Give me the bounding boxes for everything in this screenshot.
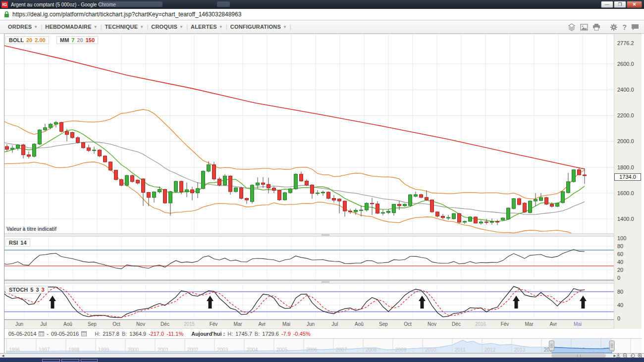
browser-window: IG Argent au comptant (5 000oz) - Google… — [0, 0, 644, 362]
month-label: Oct — [404, 321, 412, 327]
print-icon[interactable] — [592, 23, 600, 31]
calendar-icon[interactable] — [81, 331, 87, 336]
watermark-text: Valeur à titre indicatif — [6, 226, 56, 232]
close-button[interactable]: ✕ — [627, 1, 642, 8]
mm-indicator-label[interactable]: MM720150 — [56, 36, 98, 44]
month-label: Mar — [525, 321, 533, 327]
year-label: 1996 — [9, 347, 20, 353]
month-label: 2015 — [184, 321, 195, 327]
month-label: Avr — [259, 321, 266, 327]
month-label: Sep — [88, 321, 97, 327]
month-label: Jul — [41, 321, 47, 327]
year-label: 2001 — [158, 347, 169, 353]
month-label: 2016 — [475, 321, 486, 327]
price-tick: 2000.0 — [617, 138, 634, 144]
month-label: Mai — [282, 321, 290, 327]
period-change-pct: -11.1% — [166, 331, 183, 337]
price-tick: 2400.0 — [617, 87, 634, 93]
price-tick: 1600.0 — [617, 190, 634, 196]
month-label: Aoû — [63, 321, 72, 327]
month-label: Mar — [233, 321, 242, 327]
rsi-indicator-label[interactable]: RSI14 — [5, 239, 30, 247]
current-price-box: 1734.0 — [614, 173, 641, 181]
month-label: Aoû — [355, 321, 364, 327]
taskbar-button[interactable] — [81, 359, 98, 362]
month-label: Oct — [112, 321, 120, 327]
price-tick: 2200.0 — [617, 112, 634, 118]
year-label: 2006 — [306, 347, 318, 353]
scrollbar-thumb[interactable] — [551, 354, 606, 358]
year-label: 2005 — [276, 347, 288, 353]
date-to: 09-05-2016 — [51, 331, 79, 337]
year-label: 2012 — [484, 347, 496, 353]
address-bar[interactable]: https://deal.ig.com/platform/chart/tickc… — [0, 9, 644, 20]
zoom-out-icon[interactable] — [623, 353, 628, 358]
month-label: Déc — [161, 321, 169, 327]
zoom-in-icon[interactable] — [638, 353, 643, 358]
reset-extent-icon[interactable] — [616, 353, 621, 358]
month-label: Sep — [379, 321, 388, 327]
layers-icon[interactable] — [568, 23, 576, 31]
menu-technique[interactable]: TECHNIQUE▼ — [102, 24, 147, 30]
help-icon[interactable]: ? — [622, 23, 627, 32]
window-titlebar: IG Argent au comptant (5 000oz) - Google… — [0, 0, 644, 9]
rsi-tick: 100 — [617, 235, 626, 241]
restore-button[interactable]: ❐ — [614, 1, 626, 8]
month-label: Nov — [136, 321, 145, 327]
price-tick: 1800.0 — [617, 164, 634, 170]
timeline-navigator[interactable]: 1996199719981999200020012002200320042005… — [4, 339, 642, 354]
menu-croquis[interactable]: CROQUIS▼ — [148, 24, 186, 30]
today-high: 1745.7 — [235, 331, 252, 337]
menu-configurations[interactable]: CONFIGURATIONS▼ — [227, 24, 290, 30]
menu-alertes[interactable]: ALERTES▼ — [188, 24, 226, 30]
menu-ordres[interactable]: ORDRES▼ — [5, 24, 41, 30]
chart-component: BOLL202.00 MM720150 Valeur à titre indic… — [4, 34, 641, 353]
year-label: 1999 — [98, 347, 109, 353]
year-label: 2008 — [366, 347, 377, 353]
divider-grip-icon — [322, 281, 329, 283]
period-low: 1364.9 — [129, 331, 146, 337]
period-change: -217.0 — [149, 331, 164, 337]
ig-favicon: IG — [1, 1, 8, 8]
price-tick: 2600.0 — [617, 61, 634, 67]
padlock-icon — [4, 11, 9, 18]
stoch-tick: 0 — [617, 315, 620, 321]
year-label: 2011 — [455, 347, 466, 353]
navigator-handle[interactable] — [549, 341, 554, 351]
calendar-icon[interactable] — [39, 331, 44, 336]
price-tick: 1400.0 — [617, 216, 634, 222]
reset-zoom-icon[interactable] — [630, 353, 636, 358]
chart-toolbar: ORDRES▼|HEBDOMADAIRE▼|TECHNIQUE▼|CROQUIS… — [0, 20, 644, 34]
menu-hebdomadaire[interactable]: HEBDOMADAIRE▼ — [42, 24, 101, 30]
pane-divider[interactable] — [4, 233, 614, 237]
time-axis: JunJulAoûSepOctNovDéc2015FévMarAvrMaiJun… — [4, 320, 614, 329]
navigator-handle[interactable] — [609, 341, 614, 351]
month-label: Avr — [550, 321, 557, 327]
stoch-indicator-label[interactable]: STOCH533 — [5, 286, 48, 294]
year-label: 2003 — [217, 347, 228, 353]
month-label: Jun — [15, 321, 23, 327]
horizontal-scrollbar[interactable]: ◄ ► — [0, 353, 644, 358]
rsi-tick: 60 — [617, 251, 623, 257]
price-tick: 2776.2 — [617, 40, 634, 46]
year-label: 2002 — [187, 347, 199, 353]
image-icon[interactable] — [580, 24, 588, 31]
feedback-icon[interactable] — [631, 24, 639, 31]
boll-indicator-label[interactable]: BOLL202.00 — [5, 36, 49, 44]
status-bar: 05-05-2014 - 09-05-2016 H:2157.8 B:1364.… — [4, 329, 642, 339]
taskbar-button[interactable] — [42, 359, 60, 362]
minimize-button[interactable]: — — [601, 1, 613, 8]
settings-icon[interactable] — [610, 23, 618, 31]
year-label: 1997 — [39, 347, 50, 353]
divider-grip-icon — [322, 234, 329, 236]
rsi-tick: 40 — [617, 259, 623, 265]
windows-taskbar[interactable] — [0, 358, 644, 362]
pane-divider[interactable] — [4, 280, 614, 284]
month-label: Fév — [210, 321, 218, 327]
url-text: https://deal.ig.com/platform/chart/tickc… — [12, 11, 241, 18]
month-label: Jul — [332, 321, 338, 327]
price-axis: 1734.0 2776.22600.02400.02200.02000.0180… — [614, 34, 642, 329]
stoch-tick: 40 — [617, 302, 623, 308]
month-label: Mai — [574, 321, 582, 327]
taskbar-button[interactable] — [61, 359, 79, 362]
